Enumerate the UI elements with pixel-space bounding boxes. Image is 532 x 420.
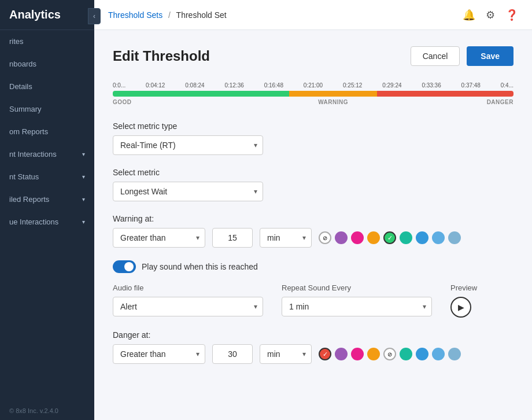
- repeat-sound-select[interactable]: 1 min 2 min 5 min Never: [282, 297, 432, 316]
- preview-play-button[interactable]: ▶: [450, 297, 471, 318]
- toggle-slider: [113, 260, 136, 273]
- chevron-down-icon: ▾: [82, 219, 85, 225]
- content-area: Edit Threshold Cancel Save 0:0... 0:04:1…: [94, 30, 532, 420]
- tick-2: 0:08:24: [185, 82, 204, 89]
- breadcrumb-link[interactable]: Threshold Sets: [108, 10, 162, 20]
- warning-condition-wrapper: Greater than Less than Equal to: [113, 228, 205, 248]
- warning-label: Warning at:: [113, 214, 513, 223]
- page-title: Edit Threshold: [113, 48, 210, 64]
- tick-10: 0:4...: [501, 82, 513, 89]
- tick-9: 0:37:48: [461, 82, 481, 89]
- warning-swatch-5[interactable]: [400, 231, 412, 244]
- danger-swatch-2[interactable]: [351, 348, 364, 360]
- metric-select[interactable]: Longest Wait Average Wait Queue Size: [113, 182, 263, 201]
- warning-swatch-6[interactable]: [416, 231, 428, 244]
- play-sound-label: Play sound when this is reached: [142, 262, 258, 271]
- main-area: Threshold Sets / Threshold Set 🔔 ⚙ ❓ Edi…: [94, 0, 532, 420]
- warning-section: Warning at: Greater than Less than Equal…: [113, 214, 513, 248]
- repeat-sound-wrapper: 1 min 2 min 5 min Never: [282, 297, 432, 316]
- zone-label-good: GOOD: [113, 99, 289, 105]
- breadcrumb-separator: /: [168, 10, 171, 20]
- warning-swatch-2[interactable]: [351, 231, 364, 244]
- danger-condition-select[interactable]: Greater than Less than Equal to: [113, 344, 205, 364]
- danger-swatch-7[interactable]: [432, 348, 445, 360]
- danger-unit-select[interactable]: min sec hr: [260, 344, 312, 364]
- sidebar-item-favorites[interactable]: rites: [0, 30, 94, 53]
- zone-label-danger: DANGER: [377, 99, 513, 105]
- danger-swatch-3[interactable]: [367, 348, 380, 360]
- timeline-zone-labels: GOOD WARNING DANGER: [113, 99, 513, 105]
- page-header: Edit Threshold Cancel Save: [113, 46, 513, 66]
- sidebar-item-nt-interactions[interactable]: nt Interactions ▾: [0, 143, 94, 165]
- danger-unit-wrapper: min sec hr: [260, 344, 312, 364]
- metric-type-label: Select metric type: [113, 121, 513, 131]
- bell-icon[interactable]: 🔔: [463, 9, 475, 21]
- help-icon[interactable]: ❓: [505, 9, 518, 21]
- chevron-down-icon: ▾: [82, 196, 85, 202]
- audio-file-select[interactable]: Alert Chime Bell: [113, 297, 263, 316]
- sidebar-collapse-button[interactable]: ‹: [88, 8, 101, 24]
- danger-swatch-8[interactable]: [448, 348, 461, 360]
- repeat-sound-label: Repeat Sound Every: [282, 283, 432, 292]
- topbar-icons: 🔔 ⚙ ❓: [463, 9, 518, 21]
- danger-swatch-5[interactable]: [400, 348, 412, 360]
- metric-type-select-wrapper: Real-Time (RT) Historical: [113, 135, 263, 155]
- play-sound-toggle[interactable]: [113, 260, 136, 273]
- chevron-down-icon: ▾: [82, 151, 85, 157]
- tick-4: 0:16:48: [264, 82, 283, 89]
- threshold-timeline: [113, 91, 513, 97]
- sidebar-item-iled-reports[interactable]: iled Reports ▾: [0, 188, 94, 211]
- danger-color-swatches: ✓ ⊘: [319, 348, 461, 360]
- sidebar-item-nt-status[interactable]: nt Status ▾: [0, 165, 94, 188]
- sidebar-item-om-reports[interactable]: om Reports: [0, 120, 94, 143]
- timeline-good-zone: [113, 91, 289, 97]
- tick-1: 0:04:12: [146, 82, 165, 89]
- warning-unit-select[interactable]: min sec hr: [260, 228, 312, 248]
- warning-swatch-3[interactable]: [367, 231, 380, 244]
- warning-swatch-0[interactable]: ⊘: [319, 231, 331, 244]
- metric-type-select[interactable]: Real-Time (RT) Historical: [113, 135, 263, 155]
- warning-condition-select[interactable]: Greater than Less than Equal to: [113, 228, 205, 248]
- danger-swatch-4[interactable]: ⊘: [383, 348, 396, 360]
- breadcrumb: Threshold Sets / Threshold Set: [108, 10, 227, 20]
- warning-swatch-8[interactable]: [448, 231, 461, 244]
- save-button[interactable]: Save: [467, 46, 513, 66]
- sidebar-item-dashboards[interactable]: nboards: [0, 53, 94, 75]
- cancel-button[interactable]: Cancel: [411, 46, 460, 66]
- header-actions: Cancel Save: [411, 46, 513, 66]
- sidebar-item-ue-interactions[interactable]: ue Interactions ▾: [0, 211, 94, 233]
- warning-swatch-4[interactable]: ✓: [383, 231, 396, 244]
- threshold-timeline-container: 0:0... 0:04:12 0:08:24 0:12:36 0:16:48 0…: [113, 82, 513, 105]
- danger-swatch-1[interactable]: [335, 348, 348, 360]
- danger-section: Danger at: Greater than Less than Equal …: [113, 330, 513, 364]
- timeline-ticks: 0:0... 0:04:12 0:08:24 0:12:36 0:16:48 0…: [113, 82, 513, 89]
- danger-value-input[interactable]: [212, 344, 253, 364]
- tick-6: 0:25:12: [343, 82, 362, 89]
- warning-swatch-1[interactable]: [335, 231, 348, 244]
- topbar: Threshold Sets / Threshold Set 🔔 ⚙ ❓: [94, 0, 532, 30]
- metric-label: Select metric: [113, 168, 513, 177]
- audio-section: Audio file Alert Chime Bell Repeat Sound…: [113, 283, 513, 318]
- warning-color-swatches: ⊘ ✓: [319, 231, 461, 244]
- tick-3: 0:12:36: [224, 82, 243, 89]
- timeline-danger-zone: [377, 91, 513, 97]
- gear-icon[interactable]: ⚙: [486, 9, 495, 21]
- metric-type-section: Select metric type Real-Time (RT) Histor…: [113, 121, 513, 155]
- warning-value-input[interactable]: [212, 228, 253, 248]
- zone-label-warning: WARNING: [289, 99, 377, 105]
- danger-swatch-0[interactable]: ✓: [319, 348, 331, 360]
- chevron-down-icon: ▾: [82, 174, 85, 180]
- sidebar-item-summary[interactable]: Summary: [0, 98, 94, 120]
- sidebar-item-details[interactable]: Details: [0, 75, 94, 98]
- danger-condition-wrapper: Greater than Less than Equal to: [113, 344, 205, 364]
- danger-label: Danger at:: [113, 330, 513, 340]
- timeline-warning-zone: [289, 91, 377, 97]
- preview-label: Preview: [450, 283, 477, 292]
- app-title: Analytics: [0, 0, 94, 30]
- warning-swatch-7[interactable]: [432, 231, 445, 244]
- audio-file-wrapper: Alert Chime Bell: [113, 297, 263, 316]
- danger-swatch-6[interactable]: [416, 348, 428, 360]
- audio-file-col: Audio file Alert Chime Bell: [113, 283, 263, 316]
- danger-row: Greater than Less than Equal to min sec …: [113, 344, 513, 364]
- preview-col: Preview ▶: [450, 283, 477, 318]
